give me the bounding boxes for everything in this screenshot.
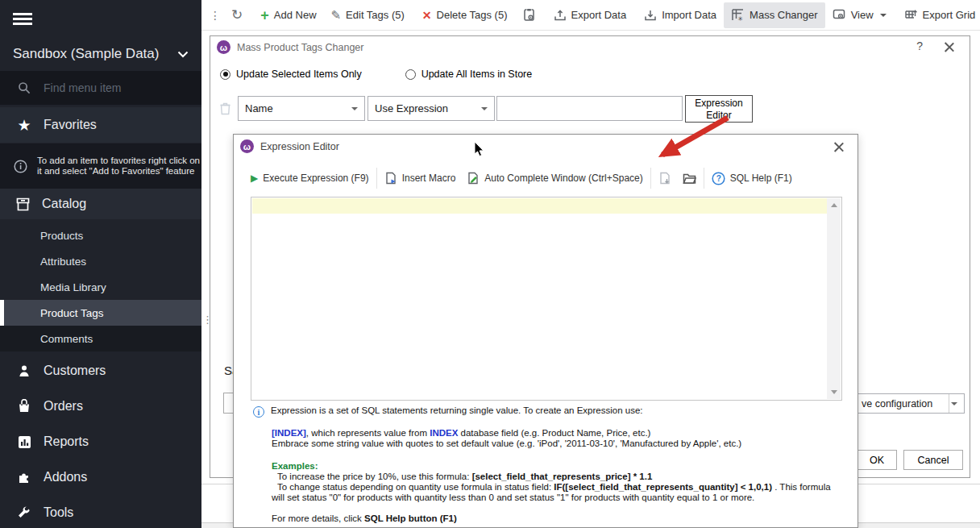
mass-dialog-title: Mass Product Tags Changer (237, 42, 364, 53)
example-1: To increase the price by 10%, use this f… (253, 472, 840, 482)
scroll-up-icon[interactable] (827, 198, 841, 212)
tools-icon (15, 505, 33, 520)
store-name: Sandbox (Sample Data) (13, 46, 159, 62)
ok-button[interactable]: OK (857, 450, 897, 470)
help-circle-icon: ? (712, 172, 725, 185)
expression-editor-dialog: ω Expression Editor ▶ Execute Expression… (233, 134, 858, 528)
autocomplete-button[interactable]: Auto Complete Window (Ctrl+Space) (461, 165, 648, 191)
insert-macro-button[interactable]: Insert Macro (379, 165, 462, 191)
catalog-label: Catalog (42, 197, 86, 211)
plus-icon: + (260, 8, 269, 23)
examples-heading: Examples: (253, 461, 840, 472)
chevron-down-icon (177, 51, 189, 58)
orders-icon (15, 399, 33, 414)
top-toolbar: ⋮ ↻ + Add New ✎ Edit Tags (5) ✕ Delete T… (201, 0, 980, 31)
value-input[interactable] (496, 96, 683, 121)
sidebar-item-customers[interactable]: Customers (0, 353, 201, 389)
sidebar-item-attributes[interactable]: Attributes (0, 248, 201, 274)
export-grid-icon (904, 8, 918, 22)
action-combo[interactable]: Use Expression (368, 96, 495, 121)
remove-row-icon[interactable] (219, 102, 231, 118)
search-icon (18, 81, 31, 94)
sidebar-item-comments[interactable]: Comments (0, 326, 201, 351)
sidebar-item-tools[interactable]: Tools (0, 495, 201, 528)
toolbar-overflow-icon[interactable]: ⋮ (206, 9, 224, 22)
export-grid-button[interactable]: Export Grid (897, 2, 980, 28)
sidebar-item-orders[interactable]: Orders (0, 389, 201, 424)
edit-tags-button[interactable]: ✎ Edit Tags (5) (324, 2, 412, 28)
pencil-icon: ✎ (331, 8, 342, 23)
sidebar-item-addons[interactable]: Addons (0, 459, 201, 495)
view-button[interactable]: View (825, 2, 894, 28)
info-icon: i (253, 406, 264, 418)
delete-tags-button[interactable]: ✕ Delete Tags (5) (415, 2, 515, 28)
expression-editor-toolbar: ▶ Execute Expression (F9) Insert Macro A… (245, 165, 849, 191)
favorites-hint: To add an item to favorites right click … (0, 143, 201, 189)
addons-icon (15, 470, 33, 484)
help-line-3: Embrace some string value with quotes to… (253, 439, 840, 449)
sidebar-item-products[interactable]: Products (0, 222, 201, 248)
import-data-button[interactable]: Import Data (637, 2, 724, 28)
save-expression-icon (658, 172, 671, 185)
hamburger-icon (13, 10, 32, 27)
hamburger-menu-button[interactable] (0, 6, 201, 31)
star-icon: ★ (15, 118, 33, 133)
refresh-button[interactable]: ↻ (224, 2, 250, 28)
mass-changer-button[interactable]: ✳ Mass Changer (724, 2, 825, 28)
radio-update-selected[interactable] (220, 69, 230, 80)
favorites-label: Favorites (44, 118, 97, 132)
reports-icon (15, 435, 33, 449)
close-icon[interactable] (833, 141, 845, 152)
help-line-1: Expression is a set of SQL statements re… (271, 405, 643, 416)
current-line-highlight (252, 198, 827, 214)
sidebar-item-media-library[interactable]: Media Library (0, 274, 201, 300)
save-configuration-combo[interactable]: ve configuration (851, 393, 965, 414)
app-logo-icon: ω (217, 40, 230, 54)
view-icon (833, 9, 846, 21)
expression-editor-button[interactable]: Expression Editor (685, 95, 753, 123)
customers-icon (15, 364, 33, 378)
sql-help-button[interactable]: ? SQL Help (F1) (706, 165, 798, 191)
expression-editor-titlebar: ω Expression Editor (240, 139, 339, 153)
sidebar-item-reports[interactable]: Reports (0, 424, 201, 459)
execute-expression-button[interactable]: ▶ Execute Expression (F9) (245, 165, 375, 191)
info-icon (14, 160, 27, 173)
editor-scrollbar[interactable] (827, 198, 841, 399)
export-icon (554, 9, 567, 22)
caret-down-icon (481, 107, 488, 110)
radio-update-all-label: Update All Items in Store (421, 69, 533, 80)
save-expression-button-disabled[interactable] (653, 165, 677, 191)
svg-text:?: ? (716, 174, 721, 183)
more-details-line: For more details, click SQL Help button … (253, 513, 840, 524)
favorites-hint-text: To add an item to favorites right click … (37, 156, 200, 177)
radio-update-all[interactable] (405, 69, 416, 80)
close-icon[interactable] (944, 41, 955, 52)
preview-button[interactable] (515, 2, 543, 28)
cancel-button[interactable]: Cancel (903, 450, 963, 470)
refresh-icon: ↻ (231, 6, 243, 23)
field-combo[interactable]: Name (238, 96, 365, 121)
sidebar-item-catalog[interactable]: Catalog (0, 189, 201, 219)
add-new-button[interactable]: + Add New (253, 2, 323, 28)
mass-dialog-titlebar: ω Mass Product Tags Changer (217, 40, 364, 54)
combo-dropdown-button[interactable] (949, 394, 964, 413)
caret-down-icon (880, 14, 887, 17)
store-selector[interactable]: Sandbox (Sample Data) (0, 39, 201, 69)
svg-text:✳: ✳ (738, 15, 744, 23)
delete-icon: ✕ (422, 9, 432, 22)
search-input[interactable] (42, 81, 179, 95)
sidebar: Sandbox (Sample Data) ★ Favorites To add… (0, 0, 201, 528)
scroll-down-icon[interactable] (827, 385, 841, 399)
sidebar-item-favorites[interactable]: ★ Favorites (0, 107, 201, 143)
caret-down-icon (951, 402, 957, 405)
play-icon: ▶ (251, 173, 258, 184)
open-expression-button[interactable] (677, 165, 702, 191)
sidebar-item-product-tags-selected[interactable]: Product Tags (0, 300, 201, 326)
help-line-2: [INDEX], which represents value from IND… (253, 428, 840, 439)
expression-text-area[interactable] (251, 197, 842, 401)
mass-changer-icon: ✳ (731, 8, 745, 22)
help-button[interactable]: ? (916, 39, 923, 52)
folder-open-icon (683, 173, 696, 185)
export-data-button[interactable]: Export Data (546, 2, 634, 28)
caret-down-icon (351, 107, 358, 110)
